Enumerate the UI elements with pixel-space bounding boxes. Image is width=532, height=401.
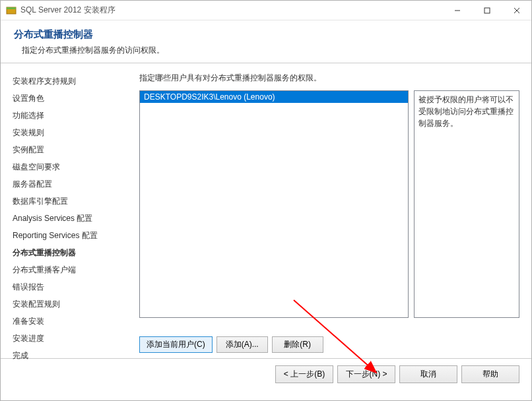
sidebar-item-12[interactable]: 错误报告 bbox=[13, 278, 127, 295]
window-title: SQL Server 2012 安装程序 bbox=[20, 5, 442, 16]
main-panel: 指定哪些用户具有对分布式重播控制器服务的权限。 DESKTOPD9S2IK3\L… bbox=[133, 63, 531, 358]
sidebar-item-13[interactable]: 安装配置规则 bbox=[13, 295, 127, 313]
sidebar-item-15[interactable]: 安装进度 bbox=[13, 330, 127, 347]
sidebar-item-8[interactable]: Analysis Services 配置 bbox=[13, 210, 127, 227]
app-icon bbox=[6, 5, 17, 16]
back-button[interactable]: < 上一步(B) bbox=[275, 365, 333, 383]
close-button[interactable] bbox=[502, 1, 531, 20]
sidebar-item-4[interactable]: 实例配置 bbox=[13, 141, 127, 158]
sidebar-item-9[interactable]: Reporting Services 配置 bbox=[13, 227, 127, 244]
sidebar-item-16[interactable]: 完成 bbox=[13, 347, 127, 364]
help-button[interactable]: 帮助 bbox=[461, 365, 519, 383]
sidebar-item-1[interactable]: 设置角色 bbox=[13, 90, 127, 107]
page-header: 分布式重播控制器 指定分布式重播控制器服务的访问权限。 bbox=[1, 20, 531, 63]
sidebar: 安装程序支持规则设置角色功能选择安装规则实例配置磁盘空间要求服务器配置数据库引擎… bbox=[1, 63, 133, 358]
cancel-button[interactable]: 取消 bbox=[399, 365, 457, 383]
minimize-button[interactable] bbox=[442, 1, 472, 20]
sidebar-item-0[interactable]: 安装程序支持规则 bbox=[13, 73, 127, 90]
user-list-item[interactable]: DESKTOPD9S2IK3\Lenovo (Lenovo) bbox=[140, 91, 408, 103]
permission-info-box: 被授予权限的用户将可以不受限制地访问分布式重播控制器服务。 bbox=[414, 90, 519, 318]
user-permission-list[interactable]: DESKTOPD9S2IK3\Lenovo (Lenovo) bbox=[139, 90, 409, 318]
add-user-button[interactable]: 添加(A)... bbox=[216, 336, 268, 353]
svg-rect-1 bbox=[7, 7, 16, 9]
list-button-row: 添加当前用户(C) 添加(A)... 删除(R) bbox=[139, 336, 519, 353]
svg-rect-3 bbox=[484, 8, 490, 13]
next-button[interactable]: 下一步(N) > bbox=[337, 365, 395, 383]
sidebar-item-2[interactable]: 功能选择 bbox=[13, 107, 127, 124]
sidebar-item-10[interactable]: 分布式重播控制器 bbox=[13, 244, 127, 261]
sidebar-item-3[interactable]: 安装规则 bbox=[13, 124, 127, 141]
window-controls bbox=[442, 1, 531, 20]
title-bar: SQL Server 2012 安装程序 bbox=[1, 1, 531, 20]
remove-user-button[interactable]: 删除(R) bbox=[272, 336, 323, 353]
sidebar-item-7[interactable]: 数据库引擎配置 bbox=[13, 193, 127, 210]
sidebar-item-6[interactable]: 服务器配置 bbox=[13, 175, 127, 193]
list-row: DESKTOPD9S2IK3\Lenovo (Lenovo) 被授予权限的用户将… bbox=[139, 90, 519, 334]
sidebar-item-14[interactable]: 准备安装 bbox=[13, 313, 127, 330]
page-subtitle: 指定分布式重播控制器服务的访问权限。 bbox=[22, 45, 518, 56]
add-current-user-button[interactable]: 添加当前用户(C) bbox=[139, 336, 213, 353]
main-instruction-label: 指定哪些用户具有对分布式重播控制器服务的权限。 bbox=[139, 73, 519, 84]
sidebar-item-11[interactable]: 分布式重播客户端 bbox=[13, 261, 127, 278]
content-area: 安装程序支持规则设置角色功能选择安装规则实例配置磁盘空间要求服务器配置数据库引擎… bbox=[1, 63, 531, 358]
sidebar-item-5[interactable]: 磁盘空间要求 bbox=[13, 158, 127, 175]
page-title: 分布式重播控制器 bbox=[14, 28, 518, 41]
maximize-button[interactable] bbox=[472, 1, 502, 20]
